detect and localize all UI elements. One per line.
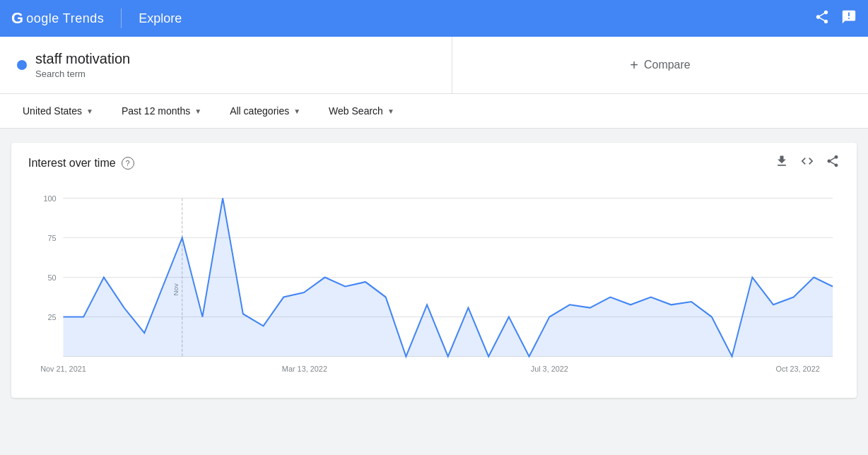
download-icon[interactable]	[775, 154, 789, 172]
region-filter[interactable]: United States ▼	[17, 102, 99, 119]
header-left: G oogle Trends Explore	[11, 8, 182, 28]
svg-text:25: 25	[47, 312, 56, 321]
search-type-label: Web Search	[329, 105, 383, 117]
chart-svg: 100 75 50 25 Nov Nov 21, 2021 Mar 13, 20…	[28, 183, 840, 381]
chart-card: Interest over time ?	[11, 143, 857, 398]
main-content: Interest over time ?	[0, 129, 868, 412]
help-icon[interactable]: ?	[122, 157, 134, 170]
embed-icon[interactable]	[800, 154, 814, 172]
term-info: staff motivation Search term	[35, 51, 130, 79]
feedback-icon[interactable]	[841, 9, 857, 28]
time-range-filter[interactable]: Past 12 months ▼	[116, 102, 207, 119]
chart-title-row: Interest over time ?	[28, 157, 134, 170]
term-name: staff motivation	[35, 51, 130, 67]
category-filter[interactable]: All categories ▼	[224, 102, 306, 119]
region-chevron-icon: ▼	[86, 107, 93, 115]
svg-text:Mar 13, 2022: Mar 13, 2022	[282, 365, 327, 373]
chart-header: Interest over time ?	[28, 154, 840, 172]
chart-actions	[775, 154, 840, 172]
chart-container: 100 75 50 25 Nov Nov 21, 2021 Mar 13, 20…	[28, 183, 840, 381]
header-icons	[814, 9, 857, 28]
svg-text:50: 50	[47, 273, 56, 281]
region-label: United States	[23, 105, 82, 117]
share-chart-icon[interactable]	[826, 154, 840, 172]
logo-g: G	[11, 9, 23, 28]
svg-text:Nov 21, 2021: Nov 21, 2021	[40, 365, 86, 373]
share-icon[interactable]	[814, 9, 830, 28]
filters-bar: United States ▼ Past 12 months ▼ All cat…	[0, 94, 868, 129]
term-indicator	[17, 60, 27, 70]
svg-text:75: 75	[47, 233, 56, 242]
google-logo: G oogle Trends	[11, 9, 104, 28]
explore-label: Explore	[139, 11, 182, 26]
logo-text: oogle Trends	[26, 11, 104, 26]
compare-box[interactable]: + Compare	[452, 37, 868, 93]
category-label: All categories	[230, 105, 289, 117]
term-type: Search term	[35, 69, 130, 79]
search-section: staff motivation Search term + Compare	[0, 37, 868, 94]
time-range-label: Past 12 months	[122, 105, 190, 117]
svg-text:Jul 3, 2022: Jul 3, 2022	[531, 365, 568, 373]
app-header: G oogle Trends Explore	[0, 0, 868, 37]
compare-plus-icon: +	[630, 57, 638, 73]
header-divider	[121, 8, 122, 28]
svg-text:100: 100	[43, 194, 56, 202]
chart-title: Interest over time	[28, 157, 116, 170]
svg-text:Oct 23, 2022: Oct 23, 2022	[775, 365, 819, 373]
search-type-chevron-icon: ▼	[387, 107, 394, 115]
time-range-chevron-icon: ▼	[194, 107, 201, 115]
category-chevron-icon: ▼	[293, 107, 300, 115]
search-term-box: staff motivation Search term	[0, 37, 452, 93]
compare-label: Compare	[644, 59, 691, 71]
search-type-filter[interactable]: Web Search ▼	[323, 102, 400, 119]
